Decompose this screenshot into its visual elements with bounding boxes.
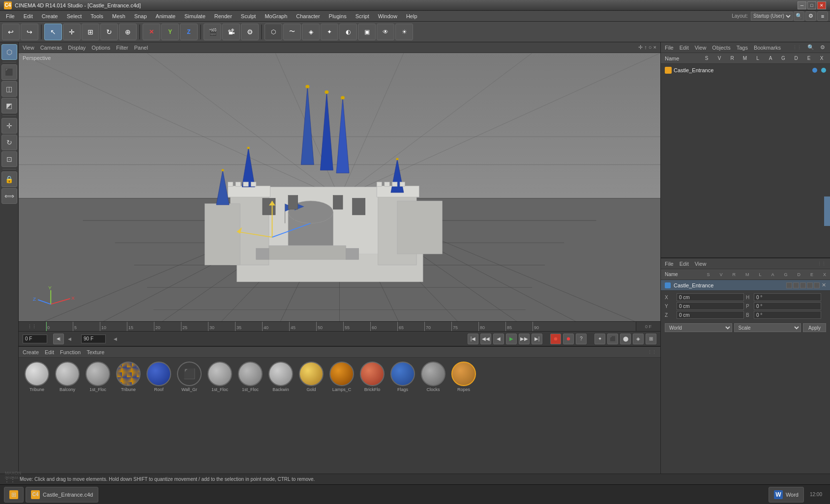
material-tribune1[interactable]: Tribune	[23, 362, 51, 392]
cam-tool-btn[interactable]: 👁	[377, 24, 394, 40]
render-settings-btn[interactable]: ⚙	[241, 24, 259, 40]
play-btn[interactable]: ▶	[506, 334, 517, 344]
scale-btn[interactable]: ⊡	[1, 151, 17, 167]
menu-sculpt[interactable]: Sculpt	[237, 12, 260, 20]
object-visibility-dot[interactable]	[812, 68, 817, 73]
material-backwin[interactable]: Backwin	[267, 362, 295, 392]
taskbar-cinema4d[interactable]: C4 Castle_Entrance.c4d	[26, 487, 98, 503]
z-axis-btn[interactable]: Z	[180, 24, 198, 40]
y-axis-btn[interactable]: Y	[161, 24, 179, 40]
menu-mograph[interactable]: MoGraph	[261, 12, 291, 20]
apply-button[interactable]: Apply	[803, 323, 826, 332]
material-1stfloc2[interactable]: 1st_Floc	[206, 362, 234, 392]
timeline-ruler[interactable]: ⋮⋮ 0 5 10 15 20 25 30 35 40 45 50 55 6	[19, 321, 660, 331]
attr-icon1[interactable]	[800, 282, 806, 288]
anim-mode-btn[interactable]: ⊞	[646, 334, 656, 344]
attr-icon2[interactable]	[807, 282, 813, 288]
record-help-btn[interactable]: ?	[576, 334, 587, 344]
coord-y-input[interactable]	[677, 302, 744, 310]
obj-menu-view[interactable]: View	[695, 45, 707, 51]
record-btn[interactable]: ⏺	[550, 334, 561, 344]
object-render-dot[interactable]	[821, 68, 826, 73]
menu-snap[interactable]: Snap	[130, 12, 151, 20]
next-frame-btn[interactable]: ▶▶	[519, 334, 530, 344]
coord-p-input[interactable]	[754, 302, 821, 310]
render-frame-btn[interactable]: 🎬	[204, 24, 221, 40]
obj-tool-btn[interactable]: ⬡	[265, 24, 282, 40]
spline-tool-btn[interactable]: 〜	[283, 24, 301, 40]
material-roof[interactable]: Roof	[145, 362, 173, 392]
edge-mode-btn[interactable]: ◫	[1, 81, 17, 97]
gen-tool-btn[interactable]: ◈	[302, 24, 320, 40]
viewport-menu-display[interactable]: Display	[68, 45, 86, 51]
attr-menu-file[interactable]: File	[665, 261, 674, 267]
menu-select[interactable]: Select	[63, 12, 86, 20]
keyframe-btn[interactable]: ✦	[594, 334, 605, 344]
mat-menu-function[interactable]: Function	[60, 349, 81, 355]
transfer-btn[interactable]: ⟺	[1, 188, 17, 204]
layout-settings-btn[interactable]: ⚙	[805, 11, 816, 21]
poly-mode-btn[interactable]: ◩	[1, 98, 17, 113]
layout-search-btn[interactable]: 🔍	[794, 11, 804, 21]
menu-file[interactable]: File	[2, 12, 19, 20]
material-1stfloc3[interactable]: 1st_Floc	[236, 362, 265, 392]
menu-plugins[interactable]: Plugins	[325, 12, 351, 20]
mat-menu-edit[interactable]: Edit	[45, 349, 54, 355]
keyframe-obj-btn[interactable]: ⬤	[620, 334, 631, 344]
current-frame-input[interactable]	[23, 335, 47, 343]
obj-menu-bookmarks[interactable]: Bookmarks	[754, 45, 781, 51]
attr-icon3[interactable]	[814, 282, 820, 288]
material-tribune-pattern[interactable]: Tribune	[114, 362, 143, 392]
snap-btn[interactable]: 🔒	[1, 171, 17, 187]
viewport-menu-panel[interactable]: Panel	[134, 45, 148, 51]
keyframe-all-btn[interactable]: ⬛	[607, 334, 618, 344]
obj-menu-tags[interactable]: Tags	[737, 45, 748, 51]
obj-menu-edit[interactable]: Edit	[680, 45, 689, 51]
menu-simulate[interactable]: Simulate	[180, 12, 209, 20]
menu-help[interactable]: Help	[402, 12, 421, 20]
play-back-btn[interactable]: ◀	[493, 334, 504, 344]
point-mode-btn[interactable]: ⬛	[1, 64, 17, 80]
rotate-btn[interactable]: ↻	[1, 135, 17, 150]
end-frame-input[interactable]	[81, 335, 106, 343]
scale-tool-btn[interactable]: ⊞	[82, 24, 99, 40]
coord-mode-dropdown[interactable]: World Object	[665, 323, 732, 332]
move-tool-btn[interactable]: ✛	[63, 24, 81, 40]
menu-render[interactable]: Render	[210, 12, 236, 20]
undo-btn[interactable]: ↩	[2, 24, 20, 40]
viewport-menu-options[interactable]: Options	[91, 45, 110, 51]
keyframe-cam-btn[interactable]: ◈	[633, 334, 644, 344]
material-lampsc[interactable]: Lamps_C	[327, 362, 356, 392]
def-tool-btn[interactable]: ✦	[321, 24, 338, 40]
material-brickflo[interactable]: BrickFlo	[358, 362, 386, 392]
transform-mode-dropdown[interactable]: Scale Position Rotation	[734, 323, 801, 332]
material-wallgr[interactable]: ⬛ Wall_Gr	[175, 362, 204, 392]
coord-h-input[interactable]	[754, 293, 821, 301]
select-tool-btn[interactable]: ↖	[44, 24, 62, 40]
attr-close-btn[interactable]: ✕	[822, 282, 826, 288]
viewport-menu-view[interactable]: View	[23, 45, 34, 51]
menu-script[interactable]: Script	[352, 12, 373, 20]
render-seq-btn[interactable]: 📽	[222, 24, 240, 40]
record-active-btn[interactable]: ⏺	[563, 334, 574, 344]
menu-edit[interactable]: Edit	[20, 12, 37, 20]
add-tool-btn[interactable]: ⊕	[119, 24, 137, 40]
material-clocks[interactable]: Clocks	[419, 362, 447, 392]
frame-minus-btn[interactable]: ◀|	[53, 334, 64, 344]
light-tool-btn[interactable]: ☀	[395, 24, 413, 40]
layout-menu-btn[interactable]: ≡	[817, 11, 828, 21]
material-1stfloc[interactable]: 1st_Floc	[84, 362, 112, 392]
menu-window[interactable]: Window	[374, 12, 401, 20]
scene-tool-btn[interactable]: ▣	[358, 24, 376, 40]
viewport[interactable]: View Cameras Display Options Filter Pane…	[19, 42, 660, 321]
material-flags[interactable]: Flags	[388, 362, 417, 392]
close-button[interactable]: ✕	[817, 1, 826, 9]
prev-frame-btn[interactable]: ◀◀	[480, 334, 491, 344]
go-start-btn[interactable]: |◀	[468, 334, 478, 344]
obj-search-btn[interactable]: 🔍	[807, 44, 814, 51]
attr-eye-btn[interactable]	[786, 282, 792, 288]
object-mode-btn[interactable]: ⬡	[1, 44, 17, 60]
attr-render-btn[interactable]	[793, 282, 799, 288]
obj-settings-btn[interactable]: ⚙	[820, 44, 825, 51]
attr-menu-view[interactable]: View	[695, 261, 707, 267]
